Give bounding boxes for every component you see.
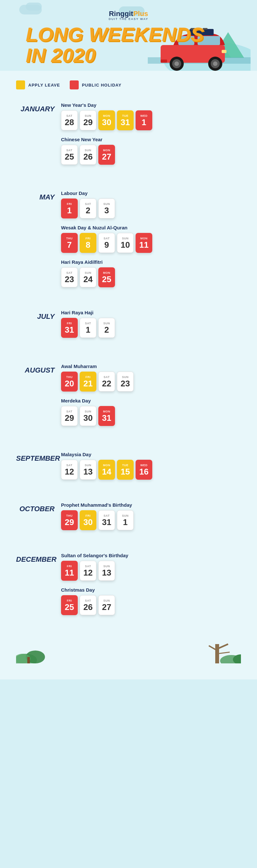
- day-name: MON: [103, 410, 111, 413]
- day-name: FRI: [67, 599, 72, 602]
- month-events: Labour DayFRI1SAT2SUN3Wesak Day & Nuzul …: [61, 190, 241, 294]
- month-section-september: SEPTEMBERMalaysia DaySAT12SUN13MON14TUE1…: [16, 452, 241, 486]
- days-row: SAT12SUN13MON14TUE15Wed16: [61, 460, 241, 480]
- day-number: 11: [139, 241, 149, 249]
- day-number: 31: [102, 414, 111, 422]
- day-number: 31: [102, 518, 111, 526]
- day-card: SUN29: [80, 110, 96, 130]
- day-name: SUN: [104, 203, 110, 206]
- event-block: Merdeka DaySAT29SUN30MON31: [61, 398, 241, 426]
- days-row: SAT29SUN30MON31: [61, 406, 241, 426]
- days-row: FRI31SAT1SUN2: [61, 318, 241, 338]
- header-section: RinggitPlus DUIT THE EASY WAY: [0, 0, 257, 71]
- days-row: SAT23SUN24MON25: [61, 267, 241, 287]
- day-card: MON14: [98, 460, 115, 480]
- event-title: Chinese New Year: [61, 137, 241, 142]
- event-title: Christmas Day: [61, 587, 241, 593]
- day-number: 21: [83, 379, 93, 388]
- months-container: JANUARYNew Year's DaySAT28SUN29MON30TUE3…: [16, 102, 241, 622]
- day-card: SUN30: [80, 406, 96, 426]
- day-card: SUN26: [80, 145, 96, 165]
- day-number: 30: [83, 518, 93, 526]
- month-label: JANUARY: [16, 102, 54, 113]
- day-card: FRI11: [61, 561, 78, 581]
- month-section-december: DECEMBERSultan of Selangor's BirthdayFRI…: [16, 553, 241, 622]
- legend-public-holiday: PUBLIC HOLIDAY: [70, 81, 121, 89]
- day-number: 26: [83, 153, 93, 161]
- bottom-deco: [16, 638, 241, 663]
- day-card: THU29: [61, 510, 78, 530]
- day-card: SUN13: [80, 460, 96, 480]
- day-card: FRI8: [80, 233, 96, 253]
- event-block: Hari Raya HajiFRI31SAT1SUN2: [61, 310, 241, 338]
- day-card: SAT12: [61, 460, 78, 480]
- day-card: Wed16: [136, 460, 152, 480]
- day-number: 1: [123, 518, 127, 526]
- event-block: Malaysia DaySAT12SUN13MON14TUE15Wed16: [61, 452, 241, 480]
- day-card: SUN2: [98, 318, 115, 338]
- day-card: SAT23: [61, 267, 78, 287]
- logo-plus: Plus: [133, 10, 148, 18]
- day-number: 26: [83, 603, 93, 611]
- event-block: New Year's DaySAT28SUN29MON30TUE31WED1: [61, 102, 241, 130]
- day-card: SUN23: [117, 372, 134, 392]
- header-title: LONG WEEKENDS IN 2020: [13, 24, 244, 66]
- month-section-may: MAYLabour DayFRI1SAT2SUN3Wesak Day & Nuz…: [16, 190, 241, 294]
- day-card: SAT31: [98, 510, 115, 530]
- day-name: FRI: [85, 375, 90, 379]
- day-card: MON31: [98, 406, 115, 426]
- day-number: 27: [102, 603, 111, 611]
- month-section-july: JULYHari Raya HajiFRI31SAT1SUN2: [16, 310, 241, 344]
- day-number: 7: [67, 241, 72, 249]
- event-title: Hari Raya Haji: [61, 310, 241, 315]
- month-events: Hari Raya HajiFRI31SAT1SUN2: [61, 310, 241, 344]
- day-name: FRI: [67, 565, 72, 568]
- day-number: 15: [121, 467, 130, 476]
- day-name: SUN: [85, 464, 91, 467]
- day-card: SAT22: [98, 372, 115, 392]
- day-name: SUN: [122, 514, 129, 517]
- day-number: 30: [102, 118, 111, 126]
- day-name: WED: [140, 114, 148, 117]
- legend-apply-leave-label: APPLY LEAVE: [28, 83, 60, 88]
- month-label: OCTOBER: [16, 502, 54, 513]
- day-card: SAT28: [61, 110, 78, 130]
- day-name: SUN: [85, 114, 91, 117]
- days-row: THU20FRI21SAT22SUN23: [61, 372, 241, 392]
- svg-rect-27: [27, 657, 30, 663]
- legend: APPLY LEAVE PUBLIC HOLIDAY: [16, 81, 241, 89]
- month-events: Sultan of Selangor's BirthdayFRI11SAT12S…: [61, 553, 241, 622]
- day-number: 25: [65, 603, 74, 611]
- day-number: 30: [83, 414, 93, 422]
- logo[interactable]: RinggitPlus DUIT THE EASY WAY: [109, 10, 148, 21]
- day-number: 2: [104, 326, 109, 334]
- day-number: 22: [102, 379, 111, 388]
- day-card: WED1: [136, 110, 152, 130]
- month-events: New Year's DaySAT28SUN29MON30TUE31WED1Ch…: [61, 102, 241, 171]
- day-card: SAT26: [80, 595, 96, 615]
- day-number: 10: [121, 241, 130, 249]
- day-card: MON25: [98, 267, 115, 287]
- day-card: THU20: [61, 372, 78, 392]
- day-number: 11: [65, 568, 74, 577]
- days-row: SAT28SUN29MON30TUE31WED1: [61, 110, 241, 130]
- legend-yellow-box: [16, 81, 25, 89]
- event-title: Prophet Muhammad's Birthday: [61, 502, 241, 508]
- event-block: Sultan of Selangor's BirthdayFRI11SAT12S…: [61, 553, 241, 581]
- day-number: 1: [142, 118, 146, 126]
- day-card: SAT9: [98, 233, 115, 253]
- day-name: FRI: [67, 203, 72, 206]
- day-number: 1: [86, 326, 90, 334]
- days-row: FRI25SAT26SUN27: [61, 595, 241, 615]
- day-card: SUN27: [98, 595, 115, 615]
- day-name: MON: [103, 114, 111, 117]
- month-section-january: JANUARYNew Year's DaySAT28SUN29MON30TUE3…: [16, 102, 241, 171]
- month-events: Awal MuharramTHU20FRI21SAT22SUN23Merdeka…: [61, 364, 241, 432]
- day-name: SUN: [85, 410, 91, 413]
- day-card: SUN24: [80, 267, 96, 287]
- day-name: SAT: [85, 599, 91, 602]
- month-label: DECEMBER: [16, 553, 54, 564]
- day-card: FRI25: [61, 595, 78, 615]
- day-number: 3: [104, 206, 109, 215]
- day-card: FRI30: [80, 510, 96, 530]
